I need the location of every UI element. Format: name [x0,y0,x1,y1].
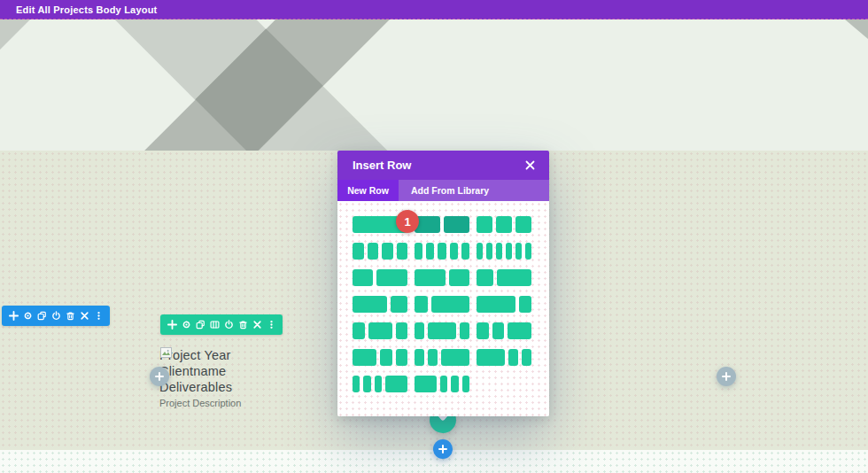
row-layout-grid: 1 [353,216,534,392]
row-layout-option-2-1[interactable] [353,296,407,313]
column-block [438,243,446,260]
column-block [391,296,407,313]
row-toolbar [160,314,283,335]
column-block [415,376,437,392]
row-layout-option-3-2[interactable] [415,269,469,286]
column-block [376,269,407,286]
column-block [353,243,364,260]
column-block [450,243,458,260]
column-block [385,376,407,392]
modal-tab-bar: New Row Add From Library [337,180,549,201]
modal-body: 1 [337,201,549,416]
column-block [353,269,373,286]
row-layout-option-1-2-1[interactable] [353,322,407,339]
column-block [428,349,438,366]
add-module-button-left[interactable] [150,367,169,386]
plus-icon [722,372,731,381]
column-block [431,296,470,313]
gear-icon[interactable] [179,314,193,335]
duplicate-icon[interactable] [193,314,207,335]
row-layout-option-3-1-1-1[interactable] [415,376,469,392]
column-block [496,216,512,233]
project-description-text: Project Description [159,398,241,408]
row-layout-option-1-1-1[interactable] [477,216,531,233]
close-icon[interactable] [77,306,91,326]
column-block [368,322,392,339]
column-block [428,322,456,339]
columns-icon[interactable] [207,314,221,335]
power-icon[interactable] [221,314,236,335]
column-block [496,243,502,260]
column-block [477,216,492,233]
insert-row-modal: Insert Row New Row Add From Library 1 [337,151,549,416]
row-layout-option-1-2[interactable] [477,269,531,286]
move-icon[interactable] [6,306,20,326]
row-layout-option-1-1-1-3[interactable] [353,376,407,392]
column-block [508,322,531,339]
section-toolbar [2,306,110,326]
column-block [461,243,469,260]
template-edit-title: Edit All Projects Body Layout [16,4,157,15]
divi-builder-stage: Edit All Projects Body Layout Project Ye… [0,0,868,473]
column-block [415,296,428,313]
column-block [380,349,392,366]
kebab-icon[interactable] [91,306,105,326]
row-layout-option-2-1-1[interactable] [353,349,407,366]
modal-title: Insert Row [353,159,523,172]
row-layout-option-1-1-2[interactable] [477,322,531,339]
template-edit-bar: Edit All Projects Body Layout [0,0,868,19]
move-icon[interactable] [165,314,179,335]
column-block [382,243,393,260]
add-module-button-right[interactable] [717,367,736,386]
duplicate-icon[interactable] [35,306,49,326]
close-icon[interactable] [523,159,537,173]
insert-row-modal-header: Insert Row [337,151,549,180]
plus-icon [155,372,164,381]
row-layout-option-1-3[interactable] [415,296,469,313]
column-block [375,376,382,392]
tab-new-row[interactable]: New Row [337,180,399,201]
row-layout-option-2-3[interactable] [353,269,407,286]
column-block [506,243,512,260]
row-layout-option-1-1[interactable]: 1 [415,216,469,233]
column-block [477,322,489,339]
column-block [353,376,360,392]
column-block [462,376,469,392]
column-block [477,349,505,366]
row-layout-option-3-1-1[interactable] [477,349,531,366]
row-layout-option-1-3-1[interactable] [415,322,469,339]
add-section-button[interactable] [433,439,453,459]
column-block [477,269,493,286]
column-block [444,216,469,233]
column-block [353,296,387,313]
gear-icon[interactable] [20,306,35,326]
column-block [441,349,469,366]
tab-add-from-library[interactable]: Add From Library [399,180,501,201]
column-block [460,322,469,339]
column-block [477,243,483,260]
row-layout-option-1-1-1-1-1[interactable] [415,243,469,260]
row-layout-option-1-1-1-1[interactable] [353,243,407,260]
column-block [477,296,515,313]
broken-image-icon [160,345,172,361]
column-block [363,376,370,392]
column-block [519,296,532,313]
hero-corner-triangle-left [0,19,30,50]
trash-icon[interactable] [236,314,250,335]
column-block [492,322,505,339]
column-block [426,243,434,260]
trash-icon[interactable] [63,306,77,326]
column-block [515,243,522,260]
row-layout-option-1-1-1-1-1-1[interactable] [477,243,531,260]
column-block [368,243,379,260]
column-block [415,243,422,260]
column-block [397,243,408,260]
close-icon[interactable] [250,314,264,335]
kebab-icon[interactable] [264,314,278,335]
column-block [415,322,424,339]
power-icon[interactable] [49,306,63,326]
row-layout-option-3-1[interactable] [477,296,531,313]
column-block [353,322,365,339]
column-block [415,349,424,366]
row-layout-option-1-1-3[interactable] [415,349,469,366]
